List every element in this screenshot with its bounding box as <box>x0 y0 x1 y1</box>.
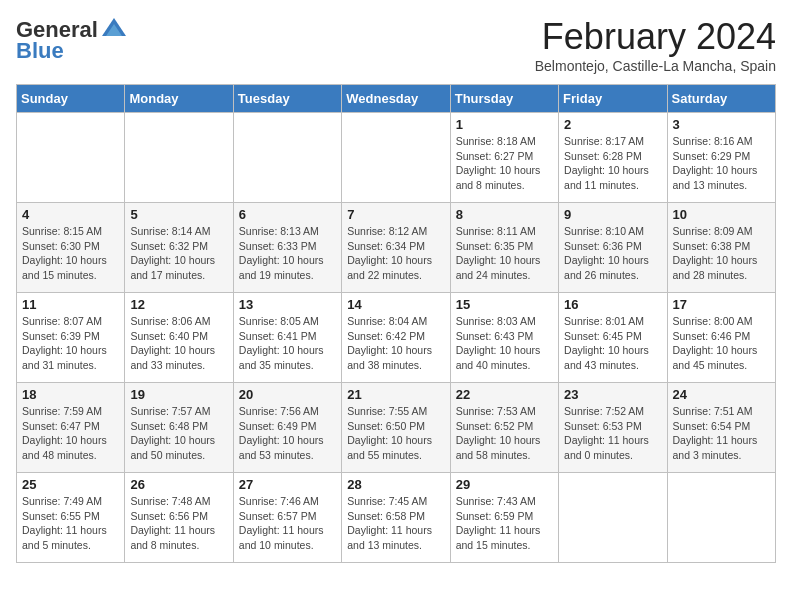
day-info: Sunrise: 7:55 AMSunset: 6:50 PMDaylight:… <box>347 404 444 463</box>
day-of-week-header: Wednesday <box>342 85 450 113</box>
day-number: 8 <box>456 207 553 222</box>
day-info: Sunrise: 8:01 AMSunset: 6:45 PMDaylight:… <box>564 314 661 373</box>
day-number: 20 <box>239 387 336 402</box>
day-number: 10 <box>673 207 770 222</box>
day-info: Sunrise: 8:17 AMSunset: 6:28 PMDaylight:… <box>564 134 661 193</box>
day-number: 27 <box>239 477 336 492</box>
day-info: Sunrise: 8:12 AMSunset: 6:34 PMDaylight:… <box>347 224 444 283</box>
calendar-cell: 29Sunrise: 7:43 AMSunset: 6:59 PMDayligh… <box>450 473 558 563</box>
calendar-cell: 14Sunrise: 8:04 AMSunset: 6:42 PMDayligh… <box>342 293 450 383</box>
day-of-week-header: Saturday <box>667 85 775 113</box>
day-number: 5 <box>130 207 227 222</box>
calendar-cell: 5Sunrise: 8:14 AMSunset: 6:32 PMDaylight… <box>125 203 233 293</box>
calendar-cell <box>559 473 667 563</box>
calendar-cell <box>17 113 125 203</box>
calendar-cell: 20Sunrise: 7:56 AMSunset: 6:49 PMDayligh… <box>233 383 341 473</box>
logo: General Blue <box>16 16 128 64</box>
day-info: Sunrise: 7:59 AMSunset: 6:47 PMDaylight:… <box>22 404 119 463</box>
day-info: Sunrise: 8:05 AMSunset: 6:41 PMDaylight:… <box>239 314 336 373</box>
calendar-cell: 2Sunrise: 8:17 AMSunset: 6:28 PMDaylight… <box>559 113 667 203</box>
day-number: 21 <box>347 387 444 402</box>
day-info: Sunrise: 7:45 AMSunset: 6:58 PMDaylight:… <box>347 494 444 553</box>
day-info: Sunrise: 7:46 AMSunset: 6:57 PMDaylight:… <box>239 494 336 553</box>
calendar-cell: 11Sunrise: 8:07 AMSunset: 6:39 PMDayligh… <box>17 293 125 383</box>
day-number: 24 <box>673 387 770 402</box>
day-of-week-header: Friday <box>559 85 667 113</box>
day-number: 17 <box>673 297 770 312</box>
day-info: Sunrise: 7:43 AMSunset: 6:59 PMDaylight:… <box>456 494 553 553</box>
calendar-cell: 26Sunrise: 7:48 AMSunset: 6:56 PMDayligh… <box>125 473 233 563</box>
day-info: Sunrise: 8:10 AMSunset: 6:36 PMDaylight:… <box>564 224 661 283</box>
day-number: 26 <box>130 477 227 492</box>
calendar-cell: 9Sunrise: 8:10 AMSunset: 6:36 PMDaylight… <box>559 203 667 293</box>
month-title: February 2024 <box>535 16 776 58</box>
day-number: 11 <box>22 297 119 312</box>
calendar-cell: 1Sunrise: 8:18 AMSunset: 6:27 PMDaylight… <box>450 113 558 203</box>
day-of-week-header: Thursday <box>450 85 558 113</box>
calendar-cell: 7Sunrise: 8:12 AMSunset: 6:34 PMDaylight… <box>342 203 450 293</box>
calendar-cell: 27Sunrise: 7:46 AMSunset: 6:57 PMDayligh… <box>233 473 341 563</box>
day-info: Sunrise: 8:11 AMSunset: 6:35 PMDaylight:… <box>456 224 553 283</box>
day-info: Sunrise: 7:56 AMSunset: 6:49 PMDaylight:… <box>239 404 336 463</box>
day-number: 1 <box>456 117 553 132</box>
logo-icon <box>100 16 128 44</box>
calendar-cell: 28Sunrise: 7:45 AMSunset: 6:58 PMDayligh… <box>342 473 450 563</box>
day-number: 13 <box>239 297 336 312</box>
day-info: Sunrise: 8:13 AMSunset: 6:33 PMDaylight:… <box>239 224 336 283</box>
day-number: 6 <box>239 207 336 222</box>
day-info: Sunrise: 7:57 AMSunset: 6:48 PMDaylight:… <box>130 404 227 463</box>
calendar-cell: 12Sunrise: 8:06 AMSunset: 6:40 PMDayligh… <box>125 293 233 383</box>
calendar-cell: 10Sunrise: 8:09 AMSunset: 6:38 PMDayligh… <box>667 203 775 293</box>
calendar-cell: 6Sunrise: 8:13 AMSunset: 6:33 PMDaylight… <box>233 203 341 293</box>
day-info: Sunrise: 8:15 AMSunset: 6:30 PMDaylight:… <box>22 224 119 283</box>
day-number: 9 <box>564 207 661 222</box>
day-number: 15 <box>456 297 553 312</box>
day-info: Sunrise: 8:09 AMSunset: 6:38 PMDaylight:… <box>673 224 770 283</box>
calendar-cell: 15Sunrise: 8:03 AMSunset: 6:43 PMDayligh… <box>450 293 558 383</box>
logo-blue-text: Blue <box>16 38 64 64</box>
day-number: 28 <box>347 477 444 492</box>
calendar-cell: 23Sunrise: 7:52 AMSunset: 6:53 PMDayligh… <box>559 383 667 473</box>
day-number: 19 <box>130 387 227 402</box>
day-of-week-header: Monday <box>125 85 233 113</box>
day-number: 16 <box>564 297 661 312</box>
day-number: 12 <box>130 297 227 312</box>
calendar-cell: 3Sunrise: 8:16 AMSunset: 6:29 PMDaylight… <box>667 113 775 203</box>
calendar-cell: 8Sunrise: 8:11 AMSunset: 6:35 PMDaylight… <box>450 203 558 293</box>
title-area: February 2024 Belmontejo, Castille-La Ma… <box>535 16 776 74</box>
calendar-cell: 17Sunrise: 8:00 AMSunset: 6:46 PMDayligh… <box>667 293 775 383</box>
day-info: Sunrise: 7:52 AMSunset: 6:53 PMDaylight:… <box>564 404 661 463</box>
day-info: Sunrise: 8:16 AMSunset: 6:29 PMDaylight:… <box>673 134 770 193</box>
header: General Blue February 2024 Belmontejo, C… <box>16 16 776 74</box>
day-number: 3 <box>673 117 770 132</box>
calendar-cell: 18Sunrise: 7:59 AMSunset: 6:47 PMDayligh… <box>17 383 125 473</box>
calendar-cell: 4Sunrise: 8:15 AMSunset: 6:30 PMDaylight… <box>17 203 125 293</box>
calendar-table: SundayMondayTuesdayWednesdayThursdayFrid… <box>16 84 776 563</box>
day-info: Sunrise: 7:48 AMSunset: 6:56 PMDaylight:… <box>130 494 227 553</box>
day-info: Sunrise: 8:04 AMSunset: 6:42 PMDaylight:… <box>347 314 444 373</box>
day-info: Sunrise: 8:14 AMSunset: 6:32 PMDaylight:… <box>130 224 227 283</box>
day-info: Sunrise: 7:51 AMSunset: 6:54 PMDaylight:… <box>673 404 770 463</box>
day-number: 2 <box>564 117 661 132</box>
day-number: 23 <box>564 387 661 402</box>
day-number: 29 <box>456 477 553 492</box>
calendar-cell <box>233 113 341 203</box>
calendar-cell: 21Sunrise: 7:55 AMSunset: 6:50 PMDayligh… <box>342 383 450 473</box>
calendar-cell: 13Sunrise: 8:05 AMSunset: 6:41 PMDayligh… <box>233 293 341 383</box>
calendar-cell: 24Sunrise: 7:51 AMSunset: 6:54 PMDayligh… <box>667 383 775 473</box>
day-number: 7 <box>347 207 444 222</box>
day-number: 22 <box>456 387 553 402</box>
day-info: Sunrise: 8:00 AMSunset: 6:46 PMDaylight:… <box>673 314 770 373</box>
calendar-cell: 22Sunrise: 7:53 AMSunset: 6:52 PMDayligh… <box>450 383 558 473</box>
day-info: Sunrise: 8:06 AMSunset: 6:40 PMDaylight:… <box>130 314 227 373</box>
day-number: 25 <box>22 477 119 492</box>
day-info: Sunrise: 8:03 AMSunset: 6:43 PMDaylight:… <box>456 314 553 373</box>
day-number: 4 <box>22 207 119 222</box>
day-number: 14 <box>347 297 444 312</box>
day-info: Sunrise: 8:07 AMSunset: 6:39 PMDaylight:… <box>22 314 119 373</box>
day-info: Sunrise: 7:53 AMSunset: 6:52 PMDaylight:… <box>456 404 553 463</box>
calendar-cell: 25Sunrise: 7:49 AMSunset: 6:55 PMDayligh… <box>17 473 125 563</box>
day-info: Sunrise: 8:18 AMSunset: 6:27 PMDaylight:… <box>456 134 553 193</box>
calendar-cell <box>125 113 233 203</box>
calendar-cell: 19Sunrise: 7:57 AMSunset: 6:48 PMDayligh… <box>125 383 233 473</box>
